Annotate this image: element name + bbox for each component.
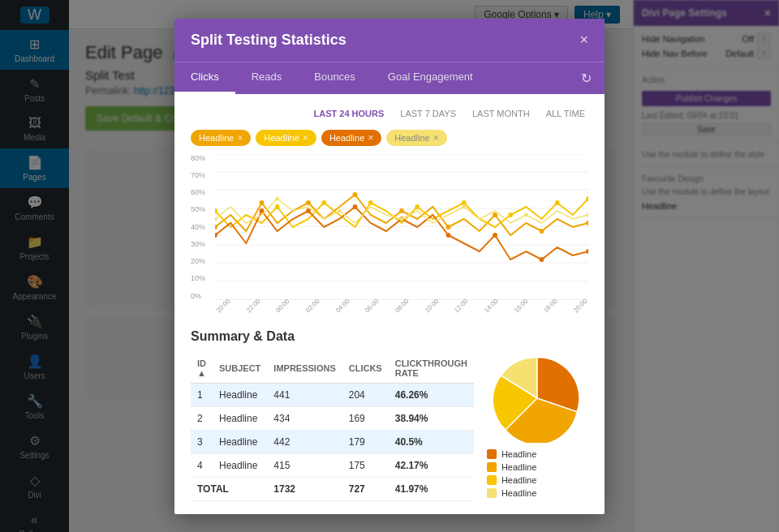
summary-title: Summary & Data [191,329,588,344]
svg-point-24 [508,212,513,217]
col-id[interactable]: ID ▲ [191,354,213,384]
filter-7d[interactable]: LAST 7 DAYS [397,107,459,120]
total-impressions: 1732 [267,477,342,500]
legend-dot-1 [487,449,497,459]
svg-point-25 [555,200,560,205]
chart-svg [215,154,588,300]
svg-point-34 [540,257,544,262]
total-rate: 41.97% [389,477,474,500]
tab-clicks[interactable]: Clicks [174,62,235,94]
svg-point-22 [415,204,420,209]
cell-clicks: 204 [342,383,389,406]
svg-point-39 [400,217,404,221]
x-axis-labels: 20:00 22:00 00:00 02:00 04:00 06:00 08:0… [215,309,588,316]
pie-legend: Headline Headline Headline Headline [487,449,588,501]
modal-body: LAST 24 HOURS LAST 7 DAYS LAST MONTH ALL… [174,94,605,514]
tag-pill-close-4[interactable]: × [433,132,439,144]
filter-all[interactable]: ALL TIME [543,107,588,120]
summary-layout: ID ▲ SUBJECT IMPRESSIONS CLICKS CLICKTHR… [191,354,588,501]
tab-bounces[interactable]: Bounces [298,62,372,94]
tag-pill-close-1[interactable]: × [237,132,243,144]
legend-dot-3 [487,475,497,485]
pie-chart [493,354,582,443]
svg-point-17 [586,221,588,225]
col-subject: SUBJECT [213,354,267,384]
legend-dot-2 [487,462,497,472]
modal-title: Split Testing Statistics [191,32,346,49]
refresh-button[interactable]: ↻ [568,62,605,94]
svg-point-37 [275,196,279,200]
tag-pill-close-3[interactable]: × [368,132,373,144]
col-impressions: IMPRESSIONS [267,354,342,384]
tab-goal-engagement[interactable]: Goal Engagement [372,62,489,94]
svg-point-19 [275,204,280,209]
table-row: 1 Headline 441 204 46.26% [191,383,474,406]
modal-overlay: Split Testing Statistics × Clicks Reads … [0,0,779,532]
svg-point-35 [586,249,588,254]
svg-point-20 [321,200,326,205]
y-axis-labels: 0% 10% 20% 30% 40% 50% 60% 70% 80% [191,154,207,300]
svg-point-32 [446,233,451,238]
filter-month[interactable]: LAST MONTH [469,107,533,120]
svg-point-23 [462,200,467,205]
modal-tabs: Clicks Reads Bounces Goal Engagement ↻ [174,62,605,94]
modal-close-button[interactable]: × [579,32,588,49]
svg-point-14 [446,225,451,230]
cell-id: 1 [191,383,213,406]
total-row: TOTAL 1732 727 41.97% [191,477,474,500]
legend-item-3: Headline [487,475,588,485]
refresh-icon: ↻ [581,71,592,85]
tag-pill-close-2[interactable]: × [303,132,308,144]
legend-item-2: Headline [487,462,588,472]
svg-point-38 [338,208,342,212]
legend-dot-4 [487,488,497,498]
svg-point-33 [493,233,497,238]
svg-point-12 [353,192,358,197]
svg-point-30 [353,204,358,209]
cell-rate: 46.26% [389,383,474,406]
tag-pill-3[interactable]: Headline × [321,130,381,146]
modal-header: Split Testing Statistics × [174,19,605,62]
chart-area: 0% 10% 20% 30% 40% 50% 60% 70% 80% [191,154,588,316]
cell-impressions: 441 [267,383,342,406]
svg-point-11 [306,200,311,205]
svg-point-21 [368,200,373,205]
summary-table-wrap: ID ▲ SUBJECT IMPRESSIONS CLICKS CLICKTHR… [191,354,474,501]
svg-point-15 [493,212,497,217]
svg-point-13 [399,208,404,213]
svg-point-10 [260,200,265,205]
col-rate: CLICKTHROUGH RATE [389,354,474,384]
time-filters: LAST 24 HOURS LAST 7 DAYS LAST MONTH ALL… [191,107,588,120]
col-clicks: CLICKS [342,354,389,384]
summary-table: ID ▲ SUBJECT IMPRESSIONS CLICKS CLICKTHR… [191,354,474,501]
legend-item-1: Headline [487,449,588,459]
total-clicks: 727 [342,477,389,500]
tag-pill-4[interactable]: Headline × [386,130,446,146]
svg-point-41 [524,212,528,217]
svg-point-42 [587,212,588,217]
svg-point-29 [306,208,311,213]
tag-pills: Headline × Headline × Headline × Headlin… [191,130,588,146]
table-row: 4 Headline 415 175 42.17% [191,453,474,477]
cell-subject: Headline [213,383,267,406]
tag-pill-1[interactable]: Headline × [191,130,251,146]
legend-item-4: Headline [487,488,588,498]
tab-reads[interactable]: Reads [235,62,299,94]
pie-chart-wrap: Headline Headline Headline Headline [487,354,588,501]
tag-pill-2[interactable]: Headline × [256,130,316,146]
table-row: 2 Headline 434 169 38.94% [191,406,474,430]
total-label: TOTAL [191,477,267,500]
svg-point-40 [462,204,466,208]
svg-point-16 [540,229,544,234]
split-testing-modal: Split Testing Statistics × Clicks Reads … [174,19,605,514]
filter-24h[interactable]: LAST 24 HOURS [311,107,388,120]
table-row: 3 Headline 442 179 40.5% [191,430,474,453]
